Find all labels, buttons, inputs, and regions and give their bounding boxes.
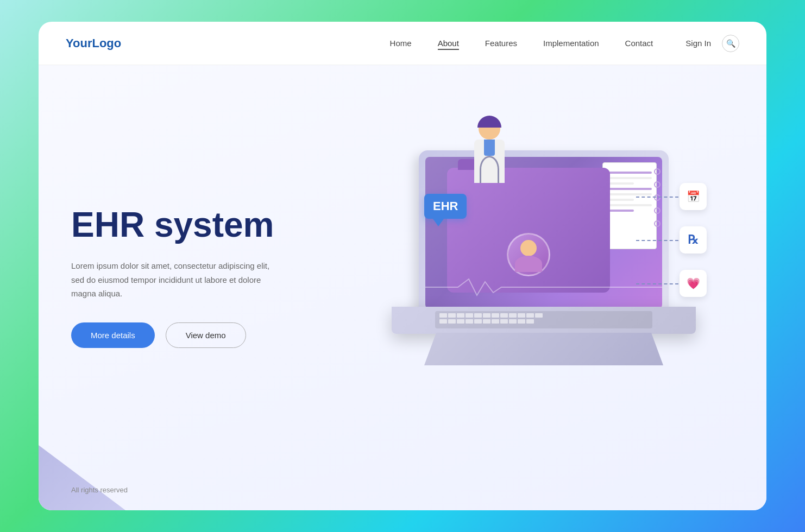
notebook-lines [603, 163, 656, 216]
nav-item-home[interactable]: Home [390, 39, 412, 48]
badge-pointer [433, 219, 444, 226]
nb-line-7 [607, 204, 652, 206]
ring-1 [654, 168, 661, 175]
rx-float-icon: ℞ [680, 226, 707, 254]
doctor-body [474, 140, 505, 183]
laptop-base [392, 307, 696, 334]
dashed-connector-1 [636, 197, 678, 198]
heart-float-icon: 💗 [680, 270, 707, 297]
rx-icon: ℞ [688, 233, 699, 247]
doctor-collar [484, 140, 495, 156]
logo: YourLogo [66, 36, 121, 50]
sign-in-link[interactable]: Sign In [685, 39, 711, 48]
illustration-area: EHR 📅 ℞ 💗 [321, 65, 766, 510]
nav-item-implementation[interactable]: Implementation [543, 39, 599, 48]
nb-line-5 [607, 193, 652, 195]
key-row-2 [439, 319, 648, 324]
floating-icons: 📅 ℞ 💗 [680, 183, 707, 297]
search-button[interactable]: 🔍 [722, 35, 739, 52]
nav-right: Sign In 🔍 [685, 35, 739, 52]
calendar-icon: 📅 [687, 190, 700, 203]
avatar-body [515, 256, 542, 272]
key-row-1 [439, 313, 648, 318]
cta-buttons: More details View demo [71, 322, 288, 348]
laptop-screen [419, 150, 669, 313]
ring-2 [654, 181, 661, 188]
nb-line-2 [607, 177, 652, 179]
nb-line-3 [607, 182, 634, 185]
doctor-head [479, 118, 500, 140]
calendar-float-icon: 📅 [680, 183, 707, 210]
keyboard-rows [435, 311, 652, 326]
ring-4 [654, 207, 661, 214]
patient-avatar [507, 233, 550, 276]
laptop-stand [424, 333, 663, 365]
nav-item-contact[interactable]: Contact [625, 39, 653, 48]
ehr-badge: EHR [424, 194, 467, 219]
hero-section: EHR system Lorem ipsum dolor sit amet, c… [39, 65, 321, 510]
nb-line-1 [607, 172, 652, 174]
dashed-connector-3 [636, 283, 678, 284]
navbar: YourLogo Home About Features Implementat… [39, 22, 766, 65]
more-details-button[interactable]: More details [71, 322, 155, 348]
main-card: YourLogo Home About Features Implementat… [39, 22, 766, 510]
heart-icon: 💗 [687, 277, 700, 290]
heartbeat-line [425, 276, 662, 298]
nav-item-features[interactable]: Features [485, 39, 517, 48]
keyboard-area [435, 311, 652, 328]
hero-description: Lorem ipsum dolor sit amet, consectetur … [71, 259, 278, 301]
nav-links: Home About Features Implementation Conta… [390, 39, 653, 48]
doctor-figure [468, 118, 511, 205]
nb-line-4 [607, 188, 652, 190]
ring-3 [654, 194, 661, 201]
nb-line-6 [607, 199, 634, 201]
laptop-scene: EHR 📅 ℞ 💗 [392, 150, 696, 400]
stethoscope-icon [480, 156, 499, 183]
screen-display [425, 157, 662, 309]
doctor-hair [477, 116, 501, 128]
search-icon: 🔍 [726, 39, 735, 48]
main-content: EHR system Lorem ipsum dolor sit amet, c… [39, 65, 766, 510]
view-demo-button[interactable]: View demo [166, 322, 246, 348]
notebook-rings [654, 163, 661, 227]
ring-5 [654, 220, 661, 227]
hero-title: EHR system [71, 206, 288, 244]
nav-item-about[interactable]: About [438, 39, 459, 48]
avatar-head [520, 240, 537, 256]
dashed-connector-2 [636, 240, 678, 241]
nb-line-8 [607, 210, 634, 212]
notebook [602, 162, 657, 249]
